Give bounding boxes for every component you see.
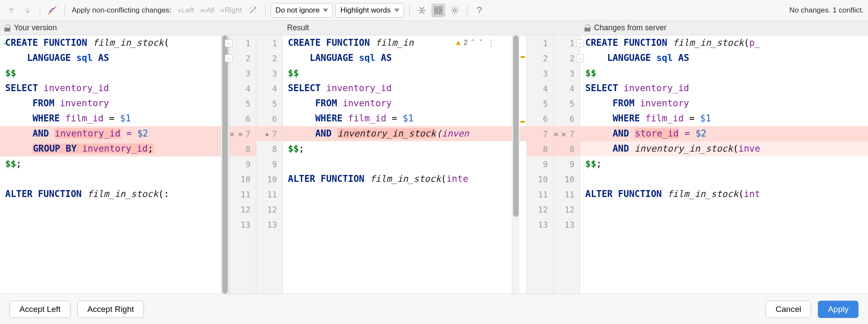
lock-icon [584,25,590,32]
line-number: 11 [554,187,580,202]
settings-button[interactable] [448,3,462,17]
line-number: 4 [554,81,580,96]
scrollbar[interactable] [512,35,520,294]
code-line[interactable]: AND inventory_in_stock(inven [283,126,527,141]
line-number: 12 [230,202,256,217]
line-number: 1 [256,35,283,51]
line-number: 3 [256,66,283,81]
diff-area: ✓ CREATE FUNCTION film_in_stock( LANGUAG… [0,35,868,294]
svg-point-7 [453,9,456,11]
code-line[interactable]: $$ [580,66,868,81]
more-icon[interactable]: ⋮ [486,38,496,48]
code-line[interactable]: LANGUAGE sql AS [580,51,868,66]
code-line[interactable]: AND store_id = $2 [580,126,868,141]
status-text: No changes. 1 conflict. [789,6,864,15]
code-line[interactable]: ALTER FUNCTION film_in_stock(inte [283,172,527,187]
toolbar-separator [40,4,40,16]
line-number: 9 [230,156,256,172]
line-number: 8 [230,141,256,156]
help-button[interactable]: ? [472,3,486,17]
code-line[interactable]: SELECT inventory_id [0,81,229,96]
line-number: 5 [527,96,553,111]
apply-button[interactable]: Apply [818,301,858,318]
fold-handle[interactable]: – [576,54,584,62]
center-pane[interactable]: CREATE FUNCTION film_in LANGUAGE sql AS$… [283,35,527,294]
line-number: 2 [256,51,283,66]
line-number: 13 [554,217,580,232]
code-line[interactable]: $$ [0,66,229,81]
apply-all-button[interactable]: »« All [198,3,216,17]
gutter-left: 123456✕»78910111213 123456✦78910111213 [229,35,283,294]
apply-left-button[interactable]: » Left [176,3,196,17]
line-number: 10 [230,172,256,187]
apply-label: Apply non-conflicting changes: [72,6,172,15]
scrollbar[interactable] [221,35,229,294]
line-number: 1 [230,35,256,51]
line-number: ✦7 [256,126,283,141]
code-line[interactable]: WHERE film_id = $1 [0,111,229,126]
code-line[interactable]: LANGUAGE sql AS [283,51,527,66]
line-number: 13 [527,217,553,232]
line-number: 12 [554,202,580,217]
next-change-button[interactable] [21,3,35,17]
line-number: 12 [527,202,553,217]
compare-icon[interactable] [45,3,59,17]
line-number: 4 [230,81,256,96]
diff-toolbar: Apply non-conflicting changes: » Left »«… [0,0,868,21]
line-number: 2 [527,51,553,66]
code-line[interactable]: SELECT inventory_id [580,81,868,96]
chevron-up-icon[interactable]: ˄ [469,38,476,48]
line-number: 9 [554,156,580,172]
code-line[interactable]: FROM inventory [580,96,868,111]
left-pane[interactable]: ✓ CREATE FUNCTION film_in_stock( LANGUAG… [0,35,229,294]
code-line[interactable] [580,172,868,187]
code-line[interactable]: AND inventory_id = $2 [0,126,229,141]
toolbar-separator [64,4,65,16]
code-line[interactable] [0,172,229,187]
marker-stripe[interactable] [520,35,526,294]
apply-left-icon[interactable]: « [554,129,558,139]
code-line[interactable]: ALTER FUNCTION film_in_stock(: [0,187,229,202]
reject-icon[interactable]: ✕ [561,129,566,139]
prev-change-button[interactable] [4,3,18,17]
collapse-unchanged-button[interactable] [415,3,429,17]
code-line[interactable]: LANGUAGE sql AS [0,51,229,66]
code-line[interactable]: WHERE film_id = $1 [580,111,868,126]
right-pane[interactable]: CREATE FUNCTION film_in_stock(p_ LANGUAG… [580,35,868,294]
code-line[interactable]: $$; [0,156,229,172]
code-line[interactable]: SELECT inventory_id [283,81,527,96]
code-line[interactable]: $$; [283,141,527,156]
code-line[interactable]: ALTER FUNCTION film_in_stock(int [580,187,868,202]
code-line[interactable]: $$; [580,156,868,172]
svg-point-2 [255,11,256,12]
magic-icon[interactable]: ✦ [265,129,269,139]
bottom-bar: Accept Left Accept Right Cancel Apply [0,294,868,324]
code-line[interactable]: CREATE FUNCTION film_in_stock(p_ [580,35,868,51]
code-line[interactable]: CREATE FUNCTION film_in_stock( [0,35,229,51]
code-line[interactable]: FROM inventory [283,96,527,111]
gutter-right: 12345678910111213 123456«✕78910111213 [527,35,580,294]
fold-handle[interactable]: – [576,39,584,47]
accept-right-button[interactable]: Accept Right [77,301,144,318]
code-line[interactable]: $$ [283,66,527,81]
code-line[interactable] [283,156,527,172]
apply-right-icon[interactable]: » [238,129,243,139]
problems-badge[interactable]: ▲ 2 ˄ ˅ ⋮ [455,38,496,48]
reject-icon[interactable]: ✕ [230,129,234,139]
cancel-button[interactable]: Cancel [766,301,811,318]
line-number: 8 [527,141,553,156]
line-number: «✕7 [554,126,580,141]
line-number: 4 [256,81,283,96]
code-line[interactable]: AND inventory_in_stock(inve [580,141,868,156]
apply-right-button[interactable]: « Right [219,3,243,17]
magic-resolve-button[interactable] [246,3,260,17]
ignore-whitespace-select[interactable]: Do not ignore [271,3,333,18]
code-line[interactable]: WHERE film_id = $1 [283,111,527,126]
code-line[interactable]: GROUP BY inventory_id; [0,141,229,156]
right-pane-title: Changes from server [594,23,667,32]
accept-left-button[interactable]: Accept Left [10,301,70,318]
code-line[interactable]: FROM inventory [0,96,229,111]
sync-scroll-button[interactable] [431,3,445,17]
chevron-down-icon[interactable]: ˅ [478,38,484,48]
highlight-select[interactable]: Highlight words [335,3,404,18]
